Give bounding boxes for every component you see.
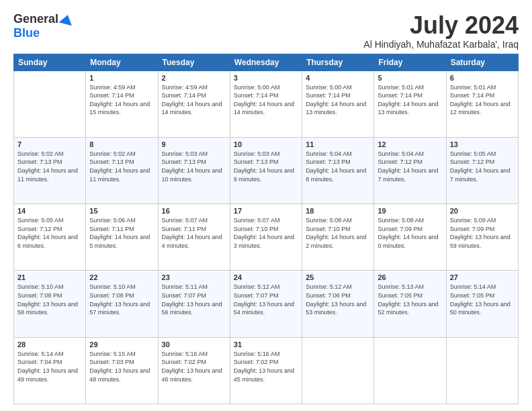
day-number: 3 — [234, 74, 298, 82]
calendar-week-2: 14 Sunrise: 5:05 AM Sunset: 7:12 PM Dayl… — [14, 204, 519, 271]
daylight-text: Daylight: 13 hours and 52 minutes. — [378, 301, 438, 316]
day-number: 29 — [89, 340, 154, 349]
day-number: 5 — [378, 74, 442, 82]
table-row: 17 Sunrise: 5:07 AM Sunset: 7:10 PM Dayl… — [230, 204, 302, 271]
day-number: 28 — [17, 340, 82, 349]
table-row: 15 Sunrise: 5:06 AM Sunset: 7:11 PM Dayl… — [86, 204, 158, 271]
sunset-text: Sunset: 7:10 PM — [234, 226, 279, 232]
day-number: 25 — [306, 273, 370, 281]
table-row — [302, 337, 374, 404]
sunset-text: Sunset: 7:13 PM — [162, 158, 207, 165]
sunset-text: Sunset: 7:12 PM — [450, 158, 495, 165]
daylight-text: Daylight: 13 hours and 53 minutes. — [306, 301, 366, 316]
sunrise-text: Sunrise: 5:00 AM — [234, 84, 280, 91]
logo-general-text: General — [13, 12, 58, 26]
sunrise-text: Sunrise: 5:09 AM — [450, 217, 496, 224]
calendar-week-0: 1 Sunrise: 4:59 AM Sunset: 7:14 PM Dayli… — [14, 71, 519, 137]
sunrise-text: Sunrise: 4:59 AM — [89, 84, 136, 91]
sunrise-text: Sunrise: 5:10 AM — [89, 283, 136, 290]
sunset-text: Sunset: 7:02 PM — [162, 359, 207, 365]
cell-info: Sunrise: 5:09 AM Sunset: 7:09 PM Dayligh… — [450, 216, 515, 250]
logo-blue-text: Blue — [13, 26, 40, 40]
cell-info: Sunrise: 5:14 AM Sunset: 7:05 PM Dayligh… — [450, 283, 515, 316]
sunset-text: Sunset: 7:06 PM — [306, 292, 351, 299]
day-number: 4 — [306, 74, 370, 82]
sunset-text: Sunset: 7:07 PM — [234, 292, 279, 299]
sunrise-text: Sunrise: 5:08 AM — [306, 217, 352, 224]
sunrise-text: Sunrise: 5:08 AM — [378, 217, 424, 224]
table-row: 11 Sunrise: 5:04 AM Sunset: 7:13 PM Dayl… — [302, 137, 374, 203]
sunrise-text: Sunrise: 5:01 AM — [378, 84, 424, 91]
calendar-week-3: 21 Sunrise: 5:10 AM Sunset: 7:08 PM Dayl… — [14, 271, 519, 337]
daylight-text: Daylight: 14 hours and 12 minutes. — [450, 101, 511, 116]
table-row — [446, 337, 518, 404]
cell-info: Sunrise: 5:01 AM Sunset: 7:14 PM Dayligh… — [450, 83, 515, 117]
cell-info: Sunrise: 5:01 AM Sunset: 7:14 PM Dayligh… — [378, 83, 442, 117]
cell-info: Sunrise: 5:08 AM Sunset: 7:09 PM Dayligh… — [378, 216, 442, 250]
daylight-text: Daylight: 14 hours and 7 minutes. — [378, 167, 438, 183]
daylight-text: Daylight: 14 hours and 11 minutes. — [89, 167, 150, 183]
cell-info: Sunrise: 5:03 AM Sunset: 7:13 PM Dayligh… — [234, 150, 298, 183]
sunrise-text: Sunrise: 5:03 AM — [162, 150, 208, 157]
daylight-text: Daylight: 14 hours and 2 minutes. — [306, 234, 366, 249]
title-block: July 2024 Al Hindiyah, Muhafazat Karbala… — [363, 12, 519, 50]
daylight-text: Daylight: 14 hours and 14 minutes. — [162, 101, 222, 116]
logo-triangle-icon — [59, 13, 75, 26]
daylight-text: Daylight: 13 hours and 46 minutes. — [162, 367, 222, 383]
sunset-text: Sunset: 7:11 PM — [162, 226, 207, 232]
table-row: 30 Sunrise: 5:16 AM Sunset: 7:02 PM Dayl… — [158, 337, 230, 404]
sunrise-text: Sunrise: 5:05 AM — [17, 217, 64, 224]
calendar-week-4: 28 Sunrise: 5:14 AM Sunset: 7:04 PM Dayl… — [14, 337, 519, 404]
cell-info: Sunrise: 5:03 AM Sunset: 7:13 PM Dayligh… — [162, 150, 226, 183]
header-monday: Monday — [86, 54, 158, 71]
sunset-text: Sunset: 7:02 PM — [234, 359, 279, 365]
sunrise-text: Sunrise: 5:07 AM — [234, 217, 280, 224]
sunrise-text: Sunrise: 5:14 AM — [450, 283, 496, 290]
calendar-header-row: Sunday Monday Tuesday Wednesday Thursday… — [14, 54, 519, 71]
cell-info: Sunrise: 5:15 AM Sunset: 7:03 PM Dayligh… — [89, 350, 154, 383]
daylight-text: Daylight: 14 hours and 9 minutes. — [234, 167, 294, 183]
daylight-text: Daylight: 13 hours and 50 minutes. — [450, 301, 511, 316]
sunrise-text: Sunrise: 5:12 AM — [234, 283, 280, 290]
cell-info: Sunrise: 5:07 AM Sunset: 7:10 PM Dayligh… — [234, 216, 298, 250]
cell-info: Sunrise: 5:10 AM Sunset: 7:08 PM Dayligh… — [89, 283, 154, 316]
day-number: 19 — [378, 207, 442, 215]
daylight-text: Daylight: 14 hours and 13 minutes. — [306, 101, 366, 116]
sunset-text: Sunset: 7:10 PM — [306, 226, 351, 232]
daylight-text: Daylight: 14 hours and 14 minutes. — [234, 101, 294, 116]
sunset-text: Sunset: 7:09 PM — [378, 226, 423, 232]
sunrise-text: Sunrise: 5:16 AM — [234, 351, 280, 357]
table-row: 20 Sunrise: 5:09 AM Sunset: 7:09 PM Dayl… — [446, 204, 518, 271]
day-number: 1 — [89, 74, 154, 82]
table-row: 3 Sunrise: 5:00 AM Sunset: 7:14 PM Dayli… — [230, 71, 302, 137]
sunrise-text: Sunrise: 5:05 AM — [450, 150, 496, 157]
day-number: 17 — [234, 207, 298, 215]
sunset-text: Sunset: 7:14 PM — [89, 92, 134, 99]
table-row: 18 Sunrise: 5:08 AM Sunset: 7:10 PM Dayl… — [302, 204, 374, 271]
logo: General Blue — [13, 12, 73, 40]
calendar-table: Sunday Monday Tuesday Wednesday Thursday… — [13, 54, 519, 404]
cell-info: Sunrise: 5:12 AM Sunset: 7:06 PM Dayligh… — [306, 283, 370, 316]
day-number: 26 — [378, 273, 442, 281]
day-number: 2 — [162, 74, 226, 82]
cell-info: Sunrise: 5:04 AM Sunset: 7:13 PM Dayligh… — [306, 150, 370, 183]
day-number: 20 — [450, 207, 515, 215]
daylight-text: Daylight: 13 hours and 48 minutes. — [89, 367, 150, 383]
daylight-text: Daylight: 14 hours and 8 minutes. — [306, 167, 366, 183]
daylight-text: Daylight: 13 hours and 49 minutes. — [17, 367, 78, 383]
sunrise-text: Sunrise: 5:11 AM — [162, 283, 208, 290]
day-number: 6 — [450, 74, 515, 82]
daylight-text: Daylight: 14 hours and 13 minutes. — [378, 101, 438, 116]
table-row: 29 Sunrise: 5:15 AM Sunset: 7:03 PM Dayl… — [86, 337, 158, 404]
daylight-text: Daylight: 14 hours and 6 minutes. — [17, 234, 78, 249]
table-row: 27 Sunrise: 5:14 AM Sunset: 7:05 PM Dayl… — [446, 271, 518, 337]
day-number: 13 — [450, 140, 515, 148]
table-row: 10 Sunrise: 5:03 AM Sunset: 7:13 PM Dayl… — [230, 137, 302, 203]
cell-info: Sunrise: 5:00 AM Sunset: 7:14 PM Dayligh… — [234, 83, 298, 117]
cell-info: Sunrise: 4:59 AM Sunset: 7:14 PM Dayligh… — [162, 83, 226, 117]
header: General Blue July 2024 Al Hindiyah, Muha… — [13, 12, 519, 50]
table-row: 7 Sunrise: 5:02 AM Sunset: 7:13 PM Dayli… — [14, 137, 86, 203]
cell-info: Sunrise: 5:04 AM Sunset: 7:12 PM Dayligh… — [378, 150, 442, 183]
sunset-text: Sunset: 7:14 PM — [162, 92, 207, 99]
table-row: 26 Sunrise: 5:13 AM Sunset: 7:05 PM Dayl… — [374, 271, 446, 337]
